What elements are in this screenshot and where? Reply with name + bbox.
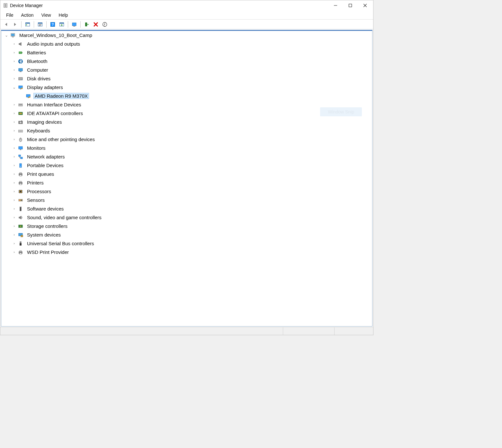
tree-item-label: Disk drives [26, 76, 52, 82]
scan-hardware-button[interactable] [58, 21, 66, 28]
expander-icon[interactable]: › [11, 129, 17, 133]
expander-icon[interactable]: › [11, 189, 17, 193]
expander-icon[interactable]: › [11, 137, 17, 141]
menu-action[interactable]: Action [17, 11, 38, 19]
expander-icon[interactable]: › [11, 155, 17, 159]
tree-child-amd-radeon[interactable]: AMD Radeon R9 M370X [1, 92, 372, 100]
uninstall-device-button[interactable] [92, 21, 100, 28]
tree-item-battery[interactable]: ›Batteries [1, 48, 372, 57]
expander-icon[interactable]: › [11, 207, 17, 211]
svg-rect-28 [12, 37, 14, 37]
expander-icon[interactable]: › [11, 68, 17, 72]
show-hide-tree-button[interactable] [24, 21, 31, 28]
tree-item-label: Human Interface Devices [26, 102, 82, 108]
tree-item-software[interactable]: ›Software devices [1, 204, 372, 213]
menu-view[interactable]: View [37, 11, 55, 19]
expander-icon[interactable]: ⌄ [3, 33, 10, 37]
expander-icon[interactable]: › [11, 181, 17, 185]
tree-item-disk[interactable]: ›Disk drives [1, 74, 372, 83]
back-button[interactable] [2, 21, 10, 28]
tree-item-network[interactable]: ›Network adapters [1, 152, 372, 161]
menu-help[interactable]: Help [55, 11, 72, 19]
tree-item-monitor[interactable]: ›Monitors [1, 144, 372, 152]
tree-item-printer[interactable]: ›Printers [1, 178, 372, 187]
tree-item-display[interactable]: ⌄Display adapters [1, 83, 372, 92]
tree-item-printer[interactable]: ›WSD Print Provider [1, 248, 372, 256]
forward-button[interactable] [11, 21, 19, 28]
svg-rect-5 [349, 4, 352, 7]
tree-item-usb[interactable]: ›Universal Serial Bus controllers [1, 239, 372, 248]
tree-item-label: Keyboards [26, 128, 51, 134]
tree-item-imaging[interactable]: ›Imaging devices [1, 118, 372, 126]
expander-icon[interactable]: › [11, 250, 17, 254]
tree-item-sensor[interactable]: ›Sensors [1, 196, 372, 204]
properties-button[interactable] [36, 21, 44, 28]
bluetooth-icon [17, 58, 24, 65]
tree-item-printer[interactable]: ›Print queues [1, 170, 372, 178]
tree-item-label: Imaging devices [26, 119, 63, 125]
tree-item-ide[interactable]: ›IDE ATA/ATAPI controllers [1, 109, 372, 118]
expander-icon[interactable]: › [11, 215, 17, 220]
update-driver-button[interactable] [70, 21, 78, 28]
tree-item-system[interactable]: ›System devices [1, 230, 372, 239]
device-manager-window: Device Manager File Action View Help [0, 0, 373, 335]
tree-item-processor[interactable]: ›Processors [1, 187, 372, 196]
tree-item-storage[interactable]: ›Storage controllers [1, 222, 372, 230]
software-icon [17, 206, 24, 212]
processor-icon [17, 188, 24, 195]
tree-item-mouse[interactable]: ›Mice and other pointing devices [1, 135, 372, 144]
tree-root[interactable]: ⌄ Marcel_Windows_10_Boot_Camp [1, 31, 372, 40]
system-icon [17, 232, 24, 238]
svg-rect-30 [22, 52, 22, 53]
tree-item-computer[interactable]: ›Computer [1, 66, 372, 74]
expander-icon[interactable]: ⌄ [11, 85, 17, 89]
tree-item-label: Printers [26, 180, 45, 186]
expander-icon[interactable]: › [11, 198, 17, 202]
tree-item-bluetooth[interactable]: ›Bluetooth [1, 57, 372, 66]
svg-rect-58 [19, 155, 21, 157]
tree-item-portable[interactable]: ›Portable Devices [1, 161, 372, 170]
tree-item-audio[interactable]: ›Audio inputs and outputs [1, 40, 372, 48]
display-icon [25, 93, 31, 99]
expander-icon[interactable]: › [11, 163, 17, 167]
svg-rect-1 [4, 4, 6, 5]
svg-rect-9 [26, 22, 30, 23]
title-bar: Device Manager [0, 0, 373, 11]
status-panel [283, 327, 335, 335]
disable-device-button[interactable] [101, 21, 109, 28]
toolbar: ? [0, 20, 373, 29]
maximize-button[interactable] [343, 0, 358, 11]
enable-device-button[interactable] [83, 21, 91, 28]
expander-icon[interactable]: › [11, 120, 17, 124]
expander-icon[interactable]: › [11, 111, 17, 115]
status-bar [0, 327, 373, 335]
svg-rect-41 [29, 96, 30, 98]
expander-icon[interactable]: › [11, 76, 17, 81]
window-controls [328, 0, 372, 11]
tree-item-label: Network adapters [26, 154, 66, 160]
toolbar-separator [21, 21, 22, 28]
tree-item-sound[interactable]: ›Sound, video and game controllers [1, 213, 372, 222]
expander-icon[interactable]: › [11, 103, 17, 107]
expander-icon[interactable]: › [11, 59, 17, 63]
expander-icon[interactable]: › [11, 172, 17, 176]
expander-icon[interactable]: › [11, 50, 17, 55]
minimize-button[interactable] [328, 0, 343, 11]
tree-item-hid[interactable]: ›Human Interface Devices [1, 100, 372, 109]
svg-rect-51 [19, 130, 23, 132]
expander-icon[interactable]: › [11, 42, 17, 46]
svg-rect-20 [72, 23, 76, 26]
menu-file[interactable]: File [2, 11, 17, 19]
expander-icon[interactable]: › [11, 146, 17, 150]
device-tree[interactable]: ⌄ Marcel_Windows_10_Boot_Camp ›Audio inp… [1, 30, 372, 327]
svg-rect-32 [19, 68, 22, 71]
computer-icon [17, 67, 24, 73]
expander-icon[interactable]: › [11, 224, 17, 228]
svg-rect-76 [21, 200, 22, 201]
expander-icon[interactable]: › [11, 241, 17, 246]
expander-icon[interactable]: › [11, 233, 17, 237]
tree-item-keyboard[interactable]: ›Keyboards [1, 126, 372, 135]
help-button[interactable]: ? [49, 21, 57, 28]
close-button[interactable] [358, 0, 372, 11]
svg-rect-3 [4, 6, 6, 7]
